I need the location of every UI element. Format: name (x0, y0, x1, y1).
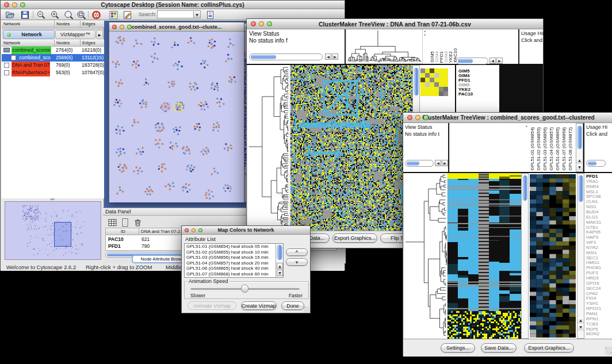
gene-label[interactable]: BUD4 (586, 209, 598, 214)
zoom-button[interactable] (198, 228, 202, 232)
move-up-button[interactable]: ^ (286, 248, 308, 256)
vizmapper-palette-icon[interactable] (109, 10, 118, 20)
table-icon[interactable] (108, 218, 117, 227)
attribute-list[interactable]: GPL51-01 (GSM854) heat shock 05 min GPL5… (184, 243, 284, 278)
zoom-selected-icon[interactable] (76, 10, 86, 20)
tab-network[interactable]: Network (3, 30, 55, 39)
zoom-button[interactable] (423, 115, 429, 120)
combined-collabel-vscrollbar[interactable]: ▲ ▼ (576, 123, 583, 172)
zoom-out-icon[interactable] (36, 10, 46, 20)
scrollbar-thumb[interactable] (588, 161, 596, 166)
gene-label[interactable]: NIS1 (586, 204, 596, 209)
export-graphics-button[interactable]: Export Graphics... (524, 343, 574, 352)
dna-heatmap[interactable] (290, 65, 412, 231)
view-status-hscrollbar[interactable] (249, 53, 323, 60)
scrollbar-thumb[interactable] (458, 59, 473, 63)
gene-label[interactable]: NTR2 (586, 245, 598, 250)
dna-column-dendrogram[interactable] (347, 29, 422, 63)
gene-label[interactable]: HAP3 (586, 235, 598, 240)
attribute-item[interactable]: GPL51-03 (GSM856) heat shock 15 min (185, 255, 283, 260)
settings-button[interactable]: Settings... (441, 343, 475, 352)
network-row[interactable]: RNAPuberNov2+ 563(0) 107847(0) (2, 69, 104, 76)
gene-label[interactable]: PUF3 (586, 270, 598, 275)
gene-label[interactable]: SEC1 (586, 255, 598, 260)
gene-label[interactable]: SPC98 (586, 194, 600, 199)
dna-export-graphics-button[interactable]: Export Graphics... (332, 233, 377, 243)
attr-row-id[interactable]: PAC10 (108, 236, 124, 242)
gene-label[interactable]: YSH1 (586, 301, 598, 306)
zoom-button[interactable] (127, 25, 132, 29)
gene-label[interactable]: RPN1 (586, 316, 598, 321)
attr-column-id[interactable]: ID (106, 228, 139, 235)
tab-vizmapper[interactable]: VizMapper™ (55, 30, 95, 39)
gene-label[interactable]: MSI1 (586, 250, 597, 255)
scroll-down-arrow[interactable]: ▼ (576, 164, 583, 171)
view-status-hscrollbar[interactable] (405, 160, 434, 167)
zoom-fit-icon[interactable] (64, 10, 74, 20)
column-header-nodes[interactable]: Nodes (55, 40, 81, 47)
scroll-down-arrow[interactable]: ▼ (277, 270, 283, 276)
create-vizmap-button[interactable]: Create Vizmap (241, 301, 277, 310)
save-icon[interactable] (20, 10, 30, 20)
scrollbar-thumb[interactable] (277, 245, 282, 260)
move-down-button[interactable]: v (286, 258, 308, 266)
scrollbar-thumb[interactable] (407, 161, 419, 166)
column-header-edges[interactable]: Edges (81, 40, 104, 47)
network-row-selected[interactable]: combined_sco 2569(6) 13112(15) (2, 54, 104, 62)
resize-grip[interactable] (605, 347, 612, 355)
open-file-icon[interactable] (5, 10, 15, 20)
combined-heatmap-vscrollbar[interactable] (521, 173, 529, 339)
scrollbar-thumb[interactable] (578, 175, 583, 202)
scroll-right-arrow[interactable]: ▶ (496, 58, 503, 64)
attribute-item[interactable]: GPL51-07 (GSM868) heat shock 60 min (185, 271, 283, 277)
search-dropdown-button[interactable]: ▼ (194, 10, 201, 18)
dna-titlebar[interactable]: ClusterMaker TreeView : DNA and Tran 07-… (247, 19, 543, 29)
gene-label[interactable]: MAK31 (586, 220, 601, 225)
new-attribute-icon[interactable] (120, 218, 130, 227)
close-button[interactable] (251, 21, 256, 26)
birdseye-canvas[interactable] (5, 202, 101, 259)
done-button[interactable]: Done (281, 301, 304, 310)
gene-label[interactable]: GPI16 (586, 281, 599, 286)
search-input[interactable] (157, 10, 194, 18)
tab-overflow-button[interactable]: ▶ (96, 30, 103, 39)
gene-label[interactable]: PFD1 (586, 174, 598, 179)
scroll-up-arrow[interactable]: ▲ (277, 263, 283, 269)
combined-heatmap[interactable] (447, 173, 521, 339)
gene-label[interactable]: MSL1 (586, 189, 598, 194)
attribute-list-vscrollbar[interactable]: ▲ ▼ (276, 244, 283, 277)
attr-row-value[interactable]: 790 (141, 243, 150, 249)
attribute-item[interactable]: GPL51-01 (GSM854) heat shock 05 min (185, 244, 283, 250)
gene-list-vscrollbar[interactable]: ▲ ▼ (577, 173, 584, 339)
save-data-button[interactable]: Save Data... (481, 343, 517, 352)
dialog-titlebar[interactable]: Map Colors to Network (182, 226, 310, 235)
annotation-icon[interactable] (123, 10, 132, 20)
gene-label[interactable]: HMG1 (586, 260, 599, 265)
combined-titlebar[interactable]: ClusterMaker TreeView : combined_scores_… (403, 113, 612, 123)
gene-label[interactable]: SEC24 (586, 286, 600, 291)
column-header-edges[interactable]: Edges (81, 21, 104, 28)
delete-attribute-icon[interactable] (133, 218, 143, 227)
gene-label[interactable]: GTB1 (586, 225, 598, 230)
column-header-nodes[interactable]: Nodes (55, 21, 81, 28)
scroll-left-arrow[interactable]: ◀ (489, 58, 496, 64)
gene-label[interactable]: MON2 (586, 331, 599, 336)
attribute-item[interactable]: GPL51-06 (GSM865) heat shock 40 min (185, 266, 283, 271)
animate-vizmap-button[interactable]: Animate Vizmap (188, 301, 236, 310)
close-button[interactable] (4, 2, 9, 7)
speed-slider-thumb[interactable] (241, 285, 248, 293)
combined-zoom-heatmap[interactable] (530, 174, 576, 338)
attribute-item[interactable]: GPL51-02 (GSM855) heat shock 10 min (185, 250, 283, 255)
minimize-button[interactable] (192, 228, 196, 232)
attribute-item[interactable]: GPL51-04 (GSM857) heat shock 20 min (185, 260, 283, 266)
gene-label[interactable]: PAN1 (586, 311, 598, 316)
attr-row-id[interactable]: PFD1 (108, 243, 121, 249)
network-row[interactable]: combined_scores 2764(0) 16218(0) (2, 47, 104, 54)
dendro-splitter[interactable]: ▸▸ (422, 29, 427, 64)
scroll-left-arrow[interactable]: ◀ (435, 160, 441, 166)
birdseye-viewport-rect[interactable] (54, 222, 71, 247)
dna-row-dendrogram[interactable] (248, 65, 289, 231)
column-header-network[interactable]: Network (2, 21, 55, 28)
gene-label[interactable]: TCB3 (586, 321, 598, 327)
gene-label[interactable]: RNR4 (586, 184, 599, 189)
